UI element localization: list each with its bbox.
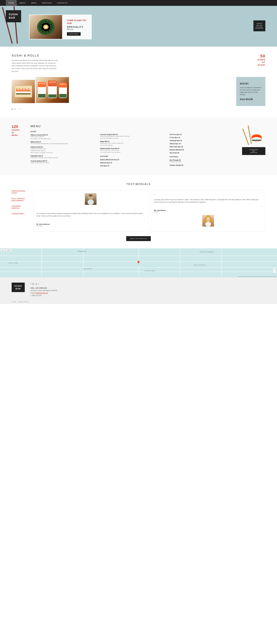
svg-point-84 [206,217,210,221]
svg-point-21 [17,89,19,90]
zoom-in-button[interactable]: + [273,267,276,270]
svg-point-64 [258,136,258,137]
svg-rect-57 [242,128,249,145]
nav-contacts[interactable]: CONTACTS [54,0,70,6]
menu-right-panel: DOWNLOAD PDF VERSION [242,124,265,168]
quote-open-icon-2: " [154,193,263,197]
map-zoom-controls: + − [273,267,276,273]
svg-rect-27 [16,93,30,94]
menu-col-2: Crunchy Tempura Roll 13 Inside: Shrimp t… [100,131,167,168]
svg-point-87 [207,219,208,219]
svg-point-22 [20,88,22,90]
svg-point-89 [205,222,211,226]
svg-point-9 [50,25,51,26]
svg-point-10 [41,25,41,26]
menu-item: Albacore 5pcs 12 [100,162,167,164]
testimonial-photo-1 [85,193,96,205]
menu-item: Double Double Tuna Roll 14 Inside: Spicy… [100,148,167,153]
social-linkedin-icon[interactable]: in [36,282,37,286]
svg-point-12 [51,28,51,28]
nigiri-price: from $14.95 [240,98,262,101]
menu-item: Tuna 5pcs 15 [100,165,167,167]
feature-consistency: CONSISTENCY [12,213,29,216]
svg-point-5 [42,23,42,24]
privacy-policy-link[interactable]: PRIVACY POLICY [18,301,29,302]
feature-professional-staff: PROFESSIONALSTAFF [12,190,29,196]
menu-columns: SUSHI Albacore Sunrise Roll 14 Inside: S… [30,131,236,168]
svg-point-24 [26,88,28,90]
footer-phone-label: t: [30,295,31,296]
testimonial-photo-2 [202,215,214,226]
hero-content: COME IN AND TRY OUR SPECIALITY ROLLS VIE… [29,14,92,39]
testimonial-card-2: " Long ago I get a chance to get my educ… [151,190,266,232]
gallery-dot-num-4: 04 [20,108,22,110]
svg-point-78 [91,197,92,197]
menu-col-3: Chu Toro 2pcs 12 O Toro 2pcs 15 Yellowta… [170,131,236,168]
svg-point-53 [62,83,63,84]
svg-point-43 [51,81,52,82]
nav-about[interactable]: ABOUT [17,0,28,6]
svg-rect-47 [48,92,56,94]
nigiri-description: Sushi consisting of a small ball of rice… [240,86,262,96]
testimonial-text-1: It is currently my most favorite Japanes… [36,212,145,217]
svg-rect-46 [48,94,56,98]
map-btn[interactable]: Map [1,249,5,251]
map-attribution: Map data ©2016 Google Terms of Use Repor… [238,276,276,277]
quote-open-icon: " [36,207,145,211]
satellite-btn[interactable]: Satellite [6,249,12,251]
nav-menu[interactable]: MENU [28,0,39,6]
footer-phone: (800) 123 1234 [32,295,42,296]
svg-point-62 [255,136,256,137]
svg-point-15 [44,32,44,32]
social-gplus-icon[interactable]: G+ [32,282,34,286]
quote-close-icon: " [36,220,145,224]
map-pin: 📍 [136,260,141,266]
menu-item: Sea Urchin 25 [170,152,236,154]
hero-tagline: COME IN AND TRY OUR [67,19,87,24]
testimonial-name-1: Mr. John Anderson [36,224,145,225]
view-menu-button[interactable]: VIEW MENU [67,32,81,36]
zoom-out-button[interactable]: − [273,270,276,273]
svg-point-52 [60,84,61,84]
sushi-kinds-label: KINDS OF SUSHI [258,58,265,66]
menu-sushi-image [242,124,265,145]
svg-point-8 [49,23,50,24]
hero-text-box: COME IN AND TRY OUR SPECIALITY ROLLS VIE… [63,14,92,39]
quick-booking-button[interactable]: QUICK ONLINE BOOKING [254,20,265,31]
footer-copyright: © 2016 [12,301,16,302]
testimonial-role-2: (artist) [154,211,263,213]
svg-point-4 [45,26,47,28]
footer-info: f G+ in t USA, LOS ANGELES 100 East C St… [30,282,265,296]
menu-item: Beef Teriyaki 20 8oz New York Steak [170,159,236,163]
menu-item: Caterpillar Roll 13 Inside: Eel, Cucumbe… [30,155,97,159]
sushi-rolls-stat: 50 KINDS OF SUSHI [258,54,265,66]
sushi-gallery: NIGIRI Sushi consisting of a small ball … [12,77,265,106]
hero-sushi-image [29,14,63,39]
svg-point-14 [41,30,42,31]
nav-home[interactable]: HOME [6,0,17,6]
feature-catering: CATERINGSERVICE [12,205,29,211]
svg-rect-50 [59,83,67,88]
menu-content: MENU SUSHI Albacore Sunrise Roll 14 Insi… [30,124,236,168]
footer-email-link[interactable]: mail@demolink.org [35,292,48,294]
menu-item: O Toro 2pcs 15 [170,137,236,138]
menu-item: Diego Roll 13 Inside: Spicy Tuna, Cilant… [100,141,167,146]
more-testimonials-button[interactable]: MORE TESTIMONIALS [126,236,151,241]
social-facebook-icon[interactable]: f [30,282,31,286]
svg-point-35 [44,82,45,84]
footer-address: 100 East C Street, Wilmington CA 90748 [30,290,57,291]
menu-dishes-number: 120 [12,124,25,129]
svg-point-44 [53,82,54,82]
svg-point-88 [209,219,209,219]
svg-point-45 [55,81,55,82]
gallery-dot-1[interactable] [12,108,13,110]
hero-logo: SUSHI BAR [6,10,21,22]
nav-services[interactable]: SERVICES [39,0,54,6]
sushi-rolls-header-left: SUSHI & ROLLS Our dishes are always fres… [12,54,58,72]
download-pdf-button[interactable]: DOWNLOAD PDF VERSION [242,147,265,155]
testimonials-section: TESTIMONIALS PROFESSIONALSTAFF FULL-SERV… [0,176,277,248]
svg-point-74 [89,194,93,197]
map-section: GREENWOOD SUNSET PARK KENSINGTON FLATBUS… [0,248,277,278]
menu-item: Battera Roll 10 Box sushi made with Mack… [30,141,97,145]
social-twitter-icon[interactable]: t [38,282,39,286]
